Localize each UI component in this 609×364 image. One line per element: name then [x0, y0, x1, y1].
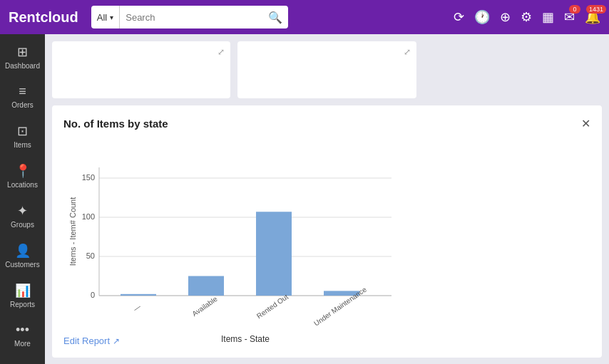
- chart-header: No. of Items by state ✕: [63, 117, 590, 130]
- svg-text:0: 0: [91, 291, 95, 299]
- svg-text:100: 100: [82, 212, 95, 221]
- settings-icon[interactable]: ⚙: [521, 9, 532, 25]
- svg-text:Items - State: Items - State: [221, 334, 270, 344]
- main-content: ⤢ ⤢ No. of Items by state ✕ Items - Item…: [45, 34, 609, 364]
- svg-text:Items - Item# Count: Items - Item# Count: [68, 197, 77, 266]
- reports-icon: 📊: [15, 283, 31, 298]
- chart-title: No. of Items by state: [63, 118, 168, 130]
- mail-icon[interactable]: ✉ 0: [564, 9, 575, 25]
- search-input[interactable]: [120, 6, 262, 28]
- add-icon[interactable]: ⊕: [500, 9, 511, 25]
- mail-badge: 0: [569, 5, 580, 14]
- sidebar-item-reports[interactable]: 📊 Reports: [0, 276, 45, 316]
- chart-svg-container: Items - Item# Count 0 50 100 150: [63, 139, 590, 327]
- card-placeholder-2: ⤢: [237, 41, 416, 98]
- svg-text:150: 150: [82, 173, 95, 182]
- dashboard-icon: ⊞: [17, 44, 28, 60]
- search-filter[interactable]: All ▾: [91, 6, 120, 28]
- spacer: [424, 41, 602, 98]
- clock-icon[interactable]: 🕐: [474, 9, 490, 25]
- sidebar-item-items[interactable]: ⊡ Items: [0, 116, 45, 156]
- svg-text:—: —: [132, 303, 143, 313]
- orders-icon: ≡: [19, 84, 26, 99]
- layout: ⊞ Dashboard ≡ Orders ⊡ Items 📍 Locations…: [0, 34, 609, 364]
- bar-1: [121, 294, 156, 296]
- topbar-icons: ⟳ 🕐 ⊕ ⚙ ▦ ✉ 0 🔔 1431: [454, 9, 600, 25]
- bar-rented-out: [256, 212, 292, 296]
- svg-text:50: 50: [86, 251, 95, 260]
- sidebar-item-customers[interactable]: 👤 Customers: [0, 236, 45, 276]
- search-container: All ▾ 🔍: [91, 6, 288, 28]
- svg-text:Available: Available: [190, 295, 219, 318]
- search-icon[interactable]: 🔍: [262, 11, 288, 24]
- sidebar-item-more[interactable]: ••• More: [0, 316, 45, 355]
- app-logo: Rentcloud: [9, 9, 78, 26]
- svg-text:Rented Out: Rented Out: [255, 293, 290, 320]
- external-link-icon: ↗: [113, 336, 120, 346]
- locations-icon: 📍: [15, 163, 31, 179]
- bar-chart: Items - Item# Count 0 50 100 150: [63, 139, 413, 324]
- sidebar: ⊞ Dashboard ≡ Orders ⊡ Items 📍 Locations…: [0, 34, 45, 364]
- calendar-icon[interactable]: ▦: [542, 9, 554, 25]
- bell-icon[interactable]: 🔔 1431: [585, 9, 600, 25]
- customers-icon: 👤: [15, 243, 31, 259]
- card-placeholder-1: ⤢: [52, 41, 230, 98]
- sidebar-item-dashboard[interactable]: ⊞ Dashboard: [0, 37, 45, 77]
- refresh-icon[interactable]: ⟳: [454, 9, 464, 25]
- groups-icon: ✦: [17, 203, 28, 219]
- sidebar-item-locations[interactable]: 📍 Locations: [0, 156, 45, 196]
- topbar: Rentcloud All ▾ 🔍 ⟳ 🕐 ⊕ ⚙ ▦ ✉ 0 🔔 1431: [0, 0, 609, 34]
- more-icon: •••: [16, 323, 29, 338]
- sidebar-item-groups[interactable]: ✦ Groups: [0, 196, 45, 236]
- bell-badge: 1431: [586, 5, 606, 14]
- close-icon[interactable]: ✕: [581, 117, 590, 130]
- chevron-down-icon: ▾: [110, 14, 113, 21]
- expand-icon-1[interactable]: ⤢: [218, 47, 225, 57]
- card-row: ⤢ ⤢: [52, 41, 602, 98]
- sidebar-item-orders[interactable]: ≡ Orders: [0, 77, 45, 116]
- edit-report-link[interactable]: Edit Report ↗: [63, 336, 590, 346]
- chart-modal: No. of Items by state ✕ Items - Item# Co…: [52, 105, 602, 358]
- expand-icon-2[interactable]: ⤢: [404, 47, 411, 57]
- bar-available: [188, 276, 224, 296]
- edit-report-label: Edit Report: [63, 336, 110, 346]
- items-icon: ⊡: [17, 123, 28, 139]
